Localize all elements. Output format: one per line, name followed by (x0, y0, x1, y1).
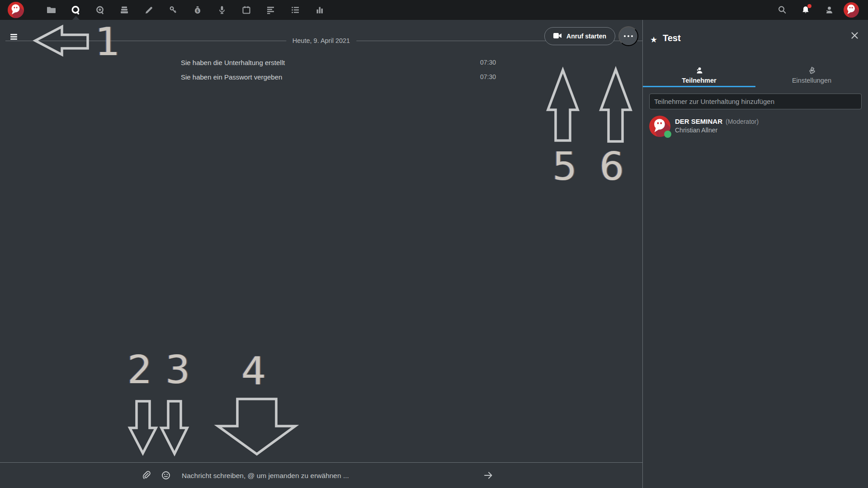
app-logo-icon[interactable] (8, 2, 24, 18)
annotation-label-2: 2 (127, 350, 152, 389)
conversation-title: Test (663, 33, 681, 43)
participant-avatar (649, 116, 670, 137)
attachment-paperclip-icon[interactable] (141, 470, 151, 482)
files-icon[interactable] (39, 0, 63, 20)
participant-display-name: Christian Allner (675, 127, 759, 134)
online-status-dot (664, 131, 671, 138)
microphone-icon[interactable] (210, 0, 234, 20)
tab-einstellungen-label: Einstellungen (792, 77, 831, 84)
tab-teilnehmer[interactable]: Teilnehmer (643, 64, 755, 87)
annotation-label-3: 3 (165, 350, 190, 389)
user-avatar[interactable] (844, 2, 859, 18)
start-call-label: Anruf starten (566, 33, 606, 40)
calendar-icon[interactable] (234, 0, 259, 20)
system-message-row: Sie haben die Unterhaltung erstellt 07:3… (181, 55, 496, 70)
chat-area: Heute, 9. April 2021 Anruf starten Sie h… (0, 20, 642, 488)
system-message-text: Sie haben ein Passwort vergeben (181, 73, 282, 81)
announcements-icon[interactable] (259, 0, 283, 20)
money-bag-icon[interactable]: $ (185, 0, 210, 20)
conversation-sidebar: ★ Test Teilnehmer Einstellungen (642, 20, 868, 488)
hamburger-menu-icon[interactable] (10, 34, 17, 41)
video-camera-icon (553, 33, 562, 40)
close-sidebar-icon[interactable] (848, 29, 861, 42)
participant-name: DER SEMINAR (675, 117, 722, 125)
annotation-label-5: 5 (552, 147, 577, 186)
start-call-button[interactable]: Anruf starten (544, 27, 615, 45)
person-icon (643, 66, 755, 75)
search-icon[interactable] (770, 0, 794, 20)
key-icon[interactable] (161, 0, 185, 20)
system-message-text: Sie haben die Unterhaltung erstellt (181, 59, 285, 66)
bar-chart-icon[interactable] (307, 0, 332, 20)
pencil-icon[interactable] (137, 0, 161, 20)
message-composer-bar (0, 462, 642, 488)
message-timestamp: 07:30 (480, 73, 496, 80)
svg-text:$: $ (197, 9, 199, 13)
topbar-right-controls (770, 0, 868, 20)
search-plus-icon[interactable] (88, 0, 112, 20)
notification-badge (807, 4, 811, 8)
participant-role: (Moderator) (726, 118, 759, 125)
conversation-more-button[interactable] (618, 26, 638, 46)
app-menu: $ (39, 0, 332, 20)
message-timestamp: 07:30 (480, 59, 496, 66)
favorite-star-icon: ★ (650, 35, 657, 45)
notifications-bell-icon[interactable] (794, 0, 817, 20)
date-separator: Heute, 9. April 2021 (286, 37, 356, 45)
annotation-label-6: 6 (599, 147, 624, 186)
gear-icon (755, 66, 868, 75)
send-message-icon[interactable] (483, 470, 494, 483)
app-window: $ (0, 0, 868, 488)
sidebar-tabs: Teilnehmer Einstellungen (643, 64, 868, 87)
participant-row[interactable]: DER SEMINAR (Moderator) Christian Allner (649, 116, 862, 137)
system-message-row: Sie haben ein Passwort vergeben 07:30 (181, 70, 496, 84)
annotation-label-1: 1 (95, 22, 120, 61)
message-input[interactable] (181, 469, 463, 483)
add-participant-input[interactable] (649, 94, 862, 109)
message-list: Sie haben die Unterhaltung erstellt 07:3… (181, 55, 496, 84)
active-app-indicator (72, 16, 80, 20)
tab-teilnehmer-label: Teilnehmer (682, 77, 716, 84)
tasks-icon[interactable] (283, 0, 307, 20)
participant-info: DER SEMINAR (Moderator) Christian Allner (675, 116, 759, 137)
stack-icon[interactable] (112, 0, 137, 20)
annotation-label-4: 4 (241, 352, 266, 390)
contacts-icon[interactable] (817, 0, 841, 20)
emoji-picker-icon[interactable] (161, 470, 171, 482)
top-navigation-bar: $ (0, 0, 868, 20)
tab-einstellungen[interactable]: Einstellungen (755, 64, 868, 87)
